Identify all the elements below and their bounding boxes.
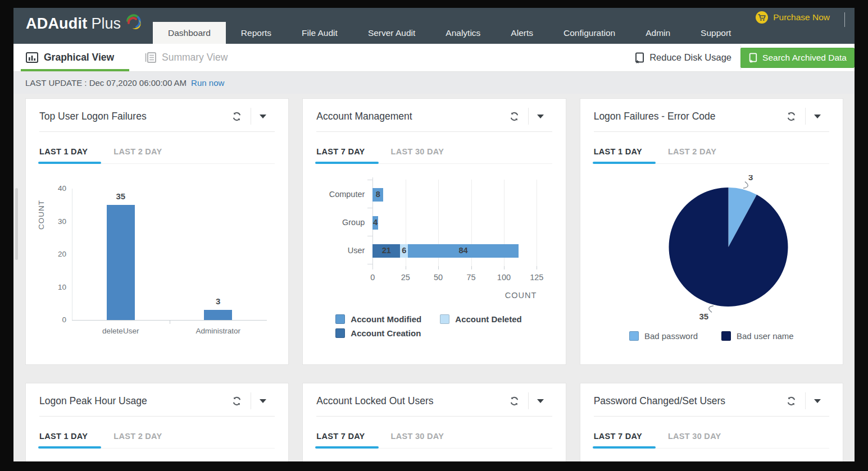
card-menu-caret-icon[interactable] — [529, 399, 552, 403]
active-view-underline — [21, 69, 129, 71]
card-range-tabs: LAST 1 DAY LAST 2 DAY — [39, 147, 275, 164]
x-category-label: deleteUser — [72, 327, 170, 335]
legend-label: Bad user name — [737, 331, 794, 341]
card-range-tabs: LAST 7 DAY LAST 30 DAY — [316, 147, 552, 164]
card-menu-caret-icon[interactable] — [806, 115, 829, 118]
refresh-icon[interactable] — [778, 111, 805, 122]
card-menu-caret-icon[interactable] — [806, 399, 829, 403]
stacked-bar-chart-account-management: 0255075100125Computer8Group4User21684COU… — [316, 175, 552, 302]
card-range-tabs: LAST 1 DAY LAST 2 DAY — [39, 432, 275, 449]
search-archived-data-label: Search Archived Data — [762, 53, 847, 63]
reduce-disk-usage-button[interactable]: Reduce Disk Usage — [634, 44, 731, 71]
range-tab-last-1-day[interactable]: LAST 1 DAY — [39, 147, 88, 163]
pie-label-leader — [743, 182, 748, 189]
x-tick — [438, 266, 439, 269]
range-tab-last-30-day[interactable]: LAST 30 DAY — [668, 432, 721, 448]
purchase-now-button[interactable]: Purchase Now — [756, 11, 830, 24]
range-tab-last-7-day[interactable]: LAST 7 DAY — [594, 432, 642, 448]
document-star-icon — [634, 52, 644, 63]
pie-chart-svg: 335 — [594, 175, 829, 326]
x-tick-label: 0 — [360, 273, 385, 282]
pie-value-label: 3 — [748, 175, 753, 182]
legend-label: Bad password — [644, 331, 698, 341]
adaudit-plus-logo[interactable]: ADAudit Plus — [26, 15, 143, 33]
range-tab-last-2-day[interactable]: LAST 2 DAY — [668, 147, 716, 163]
legend-item: Bad user name — [721, 331, 794, 341]
range-tab-last-2-day[interactable]: LAST 2 DAY — [113, 147, 162, 163]
bar — [204, 310, 232, 320]
card-title: Logon Failures - Error Code — [594, 111, 778, 122]
dashboard-content: Top User Logon Failures LAST 1 DAY LAST … — [13, 94, 855, 461]
row-tick — [367, 208, 372, 208]
nav-item-reports[interactable]: Reports — [226, 22, 287, 44]
graphical-view-label: Graphical View — [44, 52, 114, 63]
range-tab-last-1-day[interactable]: LAST 1 DAY — [594, 147, 642, 163]
nav-item-support[interactable]: Support — [685, 22, 746, 44]
card-title: Logon Peak Hour Usage — [39, 395, 223, 407]
refresh-icon[interactable] — [501, 396, 528, 406]
card-range-tabs: LAST 1 DAY LAST 2 DAY — [594, 147, 829, 164]
legend-label: Account Modified — [351, 314, 421, 324]
x-tick — [504, 266, 505, 269]
segment-value-label: 4 — [362, 218, 388, 227]
legend-swatch — [440, 314, 449, 324]
refresh-icon[interactable] — [223, 396, 251, 406]
y-category-label: Group — [316, 218, 365, 227]
last-update-text: LAST UPDATE : Dec 07,2020 06:00:00 AM — [25, 78, 187, 88]
y-category-label: Computer — [316, 190, 365, 199]
card-menu-caret-icon[interactable] — [251, 115, 275, 118]
nav-item-server-audit[interactable]: Server Audit — [353, 22, 430, 44]
legend-swatch — [629, 331, 639, 341]
range-tab-last-7-day[interactable]: LAST 7 DAY — [316, 147, 365, 163]
range-tab-last-1-day[interactable]: LAST 1 DAY — [39, 432, 88, 448]
legend-label: Account Deleted — [455, 314, 521, 324]
nav-item-analytics[interactable]: Analytics — [430, 22, 496, 44]
pie-slice[interactable] — [669, 188, 788, 307]
brand-name-bold: ADAudit — [26, 15, 87, 33]
range-tab-last-2-day[interactable]: LAST 2 DAY — [113, 432, 162, 448]
pie-value-label: 35 — [699, 312, 708, 321]
run-now-link[interactable]: Run now — [191, 78, 224, 88]
x-tick-label: 50 — [426, 273, 451, 282]
vertical-scrollbar-thumb[interactable] — [15, 188, 18, 260]
range-tab-last-30-day[interactable]: LAST 30 DAY — [391, 432, 444, 448]
refresh-icon[interactable] — [223, 111, 251, 122]
row-tick — [367, 180, 372, 180]
nav-item-configuration[interactable]: Configuration — [548, 22, 630, 44]
card-divider — [316, 416, 552, 417]
nav-item-admin[interactable]: Admin — [630, 22, 685, 44]
card-divider — [316, 131, 552, 132]
summary-list-icon — [144, 52, 156, 63]
legend-swatch — [721, 331, 731, 341]
refresh-icon[interactable] — [501, 111, 528, 122]
card-menu-caret-icon[interactable] — [251, 399, 275, 403]
y-tick-label: 30 — [44, 217, 66, 226]
nav-item-dashboard[interactable]: Dashboard — [153, 22, 226, 44]
legend-item: Account Modified — [335, 314, 440, 324]
y-axis-line — [72, 189, 72, 320]
bar-chart-top-user-logon-failures: 010203040COUNT35deleteUser3Administrator — [39, 175, 275, 345]
card-range-tabs: LAST 7 DAY LAST 30 DAY — [316, 432, 552, 449]
range-tab-last-30-day[interactable]: LAST 30 DAY — [391, 147, 444, 163]
main-nav: Dashboard Reports File Audit Server Audi… — [153, 22, 746, 44]
card-account-locked-out-users: Account Locked Out Users LAST 7 DAY LAST… — [302, 383, 566, 461]
nav-item-alerts[interactable]: Alerts — [496, 22, 548, 44]
navbar-separator — [844, 12, 845, 27]
nav-item-file-audit[interactable]: File Audit — [287, 22, 353, 44]
account-management-legend: Account ModifiedAccount DeletedAccount C… — [316, 314, 552, 342]
gridline — [537, 180, 537, 266]
tab-graphical-view[interactable]: Graphical View — [26, 44, 114, 71]
legend-item: Bad password — [629, 331, 698, 341]
bar-value-label: 35 — [96, 191, 146, 201]
tab-summary-view[interactable]: Summary View — [144, 44, 228, 71]
search-archived-data-button[interactable]: Search Archived Data — [740, 48, 855, 68]
pie-chart-logon-failures-error-code: 335 — [594, 175, 829, 326]
x-tick-label: 75 — [459, 273, 484, 282]
bar-value-label: 3 — [193, 296, 243, 306]
refresh-icon[interactable] — [778, 396, 805, 406]
y-tick-label: 40 — [44, 184, 66, 193]
card-account-management: Account Management LAST 7 DAY LAST 30 DA… — [302, 98, 566, 365]
y-tick-label: 0 — [44, 315, 66, 324]
range-tab-last-7-day[interactable]: LAST 7 DAY — [316, 432, 365, 448]
card-menu-caret-icon[interactable] — [529, 115, 552, 118]
